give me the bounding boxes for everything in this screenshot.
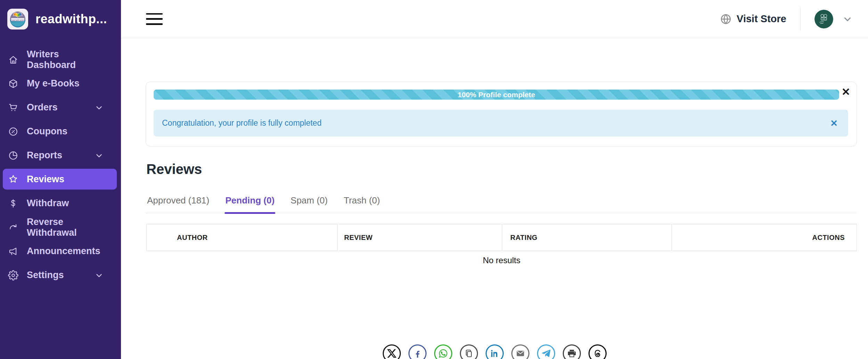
- account-chevron-down-icon[interactable]: [842, 14, 853, 24]
- visit-store-label: Visit Store: [737, 13, 786, 25]
- print-icon: [567, 348, 577, 359]
- sidebar-item-label: Reports: [27, 150, 62, 161]
- sidebar-item-label: Settings: [27, 270, 64, 281]
- tab-trash[interactable]: Trash (0): [343, 195, 381, 213]
- chevron-down-icon: [95, 271, 104, 280]
- column-header-rating: RATING: [502, 224, 672, 251]
- star-icon: [8, 174, 18, 184]
- share-buttons-row: [121, 344, 868, 359]
- tab-spam[interactable]: Spam (0): [290, 195, 328, 213]
- share-facebook-button[interactable]: [408, 344, 427, 359]
- sidebar-item-coupons[interactable]: Coupons: [0, 119, 121, 143]
- sidebar-item-writers-dashboard[interactable]: Writers Dashboard: [0, 48, 121, 72]
- close-icon[interactable]: ✕: [842, 87, 850, 97]
- cube-icon: [8, 78, 18, 89]
- share-x-twitter-button[interactable]: [383, 344, 401, 359]
- sidebar: read with pride readwithp... Writers Das…: [0, 0, 121, 359]
- hamburger-menu-icon[interactable]: [146, 13, 163, 25]
- reviews-table: AUTHORREVIEWRATINGACTIONS No results: [146, 224, 857, 265]
- logo-caption: read with pride: [11, 19, 24, 21]
- store-name: readwithp...: [35, 12, 107, 26]
- share-email-button[interactable]: [511, 344, 529, 359]
- main-content: 100% Profile complete ✕ Congratulation, …: [121, 38, 868, 359]
- sidebar-item-settings[interactable]: Settings: [0, 263, 121, 287]
- profile-progress-bar: 100% Profile complete: [154, 90, 839, 100]
- visit-store-button[interactable]: Visit Store: [720, 13, 786, 25]
- column-header-actions: ACTIONS: [672, 224, 857, 251]
- avatar[interactable]: [814, 10, 833, 28]
- sidebar-item-reports[interactable]: Reports: [0, 143, 121, 167]
- reviews-tabs: Approved (181)Pending (0)Spam (0)Trash (…: [146, 195, 857, 213]
- megaphone-icon: [8, 246, 18, 257]
- column-header-author: AUTHOR: [147, 224, 338, 251]
- globe-icon: [720, 13, 732, 25]
- page-title: Reviews: [146, 161, 202, 177]
- linkedin-icon: [489, 348, 500, 359]
- top-header: Visit Store: [121, 0, 868, 38]
- profile-complete-alert: Congratulation, your profile is fully co…: [154, 110, 848, 136]
- sidebar-item-label: Withdraw: [27, 198, 69, 209]
- sidebar-item-label: Announcements: [27, 246, 100, 257]
- redo-icon: [8, 222, 18, 233]
- share-print-button[interactable]: [563, 344, 581, 359]
- copy-icon: [464, 348, 474, 359]
- tab-pending[interactable]: Pending (0): [225, 195, 275, 213]
- alert-close-icon[interactable]: ✕: [830, 119, 838, 128]
- facebook-icon: [412, 348, 423, 359]
- share-copy-button[interactable]: [460, 344, 478, 359]
- dollar-icon: [8, 198, 18, 209]
- whatsapp-icon: [438, 348, 448, 359]
- percent-icon: [8, 126, 18, 137]
- home-icon: [8, 55, 18, 65]
- table-header-row: AUTHORREVIEWRATINGACTIONS: [146, 224, 857, 251]
- store-logo-row[interactable]: read with pride readwithp...: [0, 0, 121, 30]
- share-telegram-button[interactable]: [537, 344, 555, 359]
- sidebar-nav: Writers DashboardMy e-BooksOrdersCoupons…: [0, 48, 121, 287]
- progress-label: 100% Profile complete: [458, 91, 535, 99]
- chevron-down-icon: [95, 103, 104, 112]
- sidebar-item-withdraw[interactable]: Withdraw: [0, 191, 121, 215]
- sidebar-item-label: Reviews: [27, 174, 64, 185]
- chevron-down-icon: [95, 151, 104, 160]
- sidebar-item-orders[interactable]: Orders: [0, 95, 121, 119]
- sidebar-item-label: My e-Books: [27, 78, 80, 89]
- telegram-icon: [541, 348, 551, 359]
- sidebar-item-reverse-withdrawal[interactable]: Reverse Withdrawal: [0, 215, 121, 239]
- sidebar-item-label: Reverse Withdrawal: [27, 217, 104, 238]
- sidebar-item-announcements[interactable]: Announcements: [0, 239, 121, 263]
- share-whatsapp-button[interactable]: [434, 344, 452, 359]
- email-icon: [515, 348, 526, 359]
- x-twitter-icon: [387, 348, 397, 359]
- cart-icon: [8, 102, 18, 113]
- pie-icon: [8, 150, 18, 161]
- sidebar-item-label: Coupons: [27, 126, 67, 137]
- header-divider: [800, 7, 801, 31]
- profile-progress-card: 100% Profile complete ✕ Congratulation, …: [146, 82, 857, 147]
- share-threads-button[interactable]: [589, 344, 607, 359]
- table-empty-message: No results: [146, 251, 857, 265]
- sidebar-item-label: Orders: [27, 102, 58, 113]
- gear-icon: [8, 270, 18, 281]
- share-linkedin-button[interactable]: [486, 344, 504, 359]
- threads-icon: [592, 348, 603, 359]
- tab-approved[interactable]: Approved (181): [146, 195, 210, 213]
- column-header-review: REVIEW: [338, 224, 502, 251]
- sidebar-item-reviews[interactable]: Reviews: [3, 169, 117, 190]
- store-logo-icon: read with pride: [7, 8, 29, 30]
- sidebar-item-my-e-books[interactable]: My e-Books: [0, 72, 121, 95]
- sidebar-item-label: Writers Dashboard: [27, 49, 104, 70]
- alert-text: Congratulation, your profile is fully co…: [162, 118, 322, 128]
